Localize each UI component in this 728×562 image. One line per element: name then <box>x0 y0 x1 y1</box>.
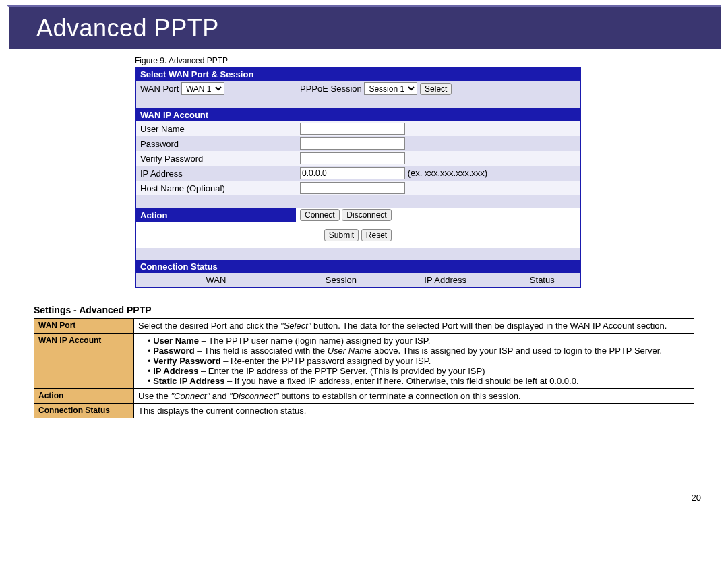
section-action: Action <box>135 208 296 222</box>
config-form: Select WAN Port & Session WAN Port WAN 1… <box>135 67 581 288</box>
col-wan: WAN <box>135 273 296 288</box>
page-title: Advanced PPTP <box>7 5 721 49</box>
section-wan-ip: WAN IP Account <box>135 108 580 121</box>
col-status: Status <box>505 273 580 288</box>
description-table: WAN Port Select the desired Port and cli… <box>34 318 694 418</box>
disconnect-button[interactable]: Disconnect <box>342 209 391 221</box>
username-input[interactable] <box>300 123 405 135</box>
connect-button[interactable]: Connect <box>300 209 340 221</box>
pppoe-label: PPPoE Session <box>300 84 362 94</box>
verify-password-input[interactable] <box>300 152 405 164</box>
figure-caption: Figure 9. Advanced PPTP <box>135 56 728 65</box>
page-number: 20 <box>0 493 701 503</box>
ip-address-label: IP Address <box>135 166 296 181</box>
desc-key-wanport: WAN Port <box>34 319 134 334</box>
password-label: Password <box>135 136 296 151</box>
section-select-wan: Select WAN Port & Session <box>135 67 580 81</box>
verify-password-label: Verify Password <box>135 151 296 166</box>
password-input[interactable] <box>300 137 405 150</box>
col-session: Session <box>296 273 386 288</box>
desc-val-conn: This displays the current connection sta… <box>134 404 694 418</box>
ip-hint: (ex. xxx.xxx.xxx.xxx) <box>408 168 487 178</box>
select-button[interactable]: Select <box>420 83 452 95</box>
desc-val-action: Use the "Connect" and "Disconnect" butto… <box>134 389 694 404</box>
section-connection-status: Connection Status <box>135 260 580 273</box>
ip-address-input[interactable] <box>300 167 405 179</box>
desc-val-wanport: Select the desired Port and click the "S… <box>134 319 694 334</box>
pppoe-select[interactable]: Session 1 <box>364 82 417 95</box>
username-label: User Name <box>135 121 296 136</box>
desc-key-wanip: WAN IP Account <box>34 334 134 389</box>
submit-button[interactable]: Submit <box>324 229 359 241</box>
wan-port-label: WAN Port <box>140 84 179 94</box>
settings-heading: Settings - Advanced PPTP <box>34 305 728 315</box>
host-name-label: Host Name (Optional) <box>135 181 296 195</box>
desc-key-action: Action <box>34 389 134 404</box>
col-ip: IP Address <box>386 273 505 288</box>
host-name-input[interactable] <box>300 182 405 194</box>
wan-port-select[interactable]: WAN 1 <box>181 82 224 95</box>
desc-val-wanip: User Name – The PPTP user name (login na… <box>134 334 694 389</box>
reset-button[interactable]: Reset <box>361 229 392 241</box>
desc-key-conn: Connection Status <box>34 404 134 418</box>
